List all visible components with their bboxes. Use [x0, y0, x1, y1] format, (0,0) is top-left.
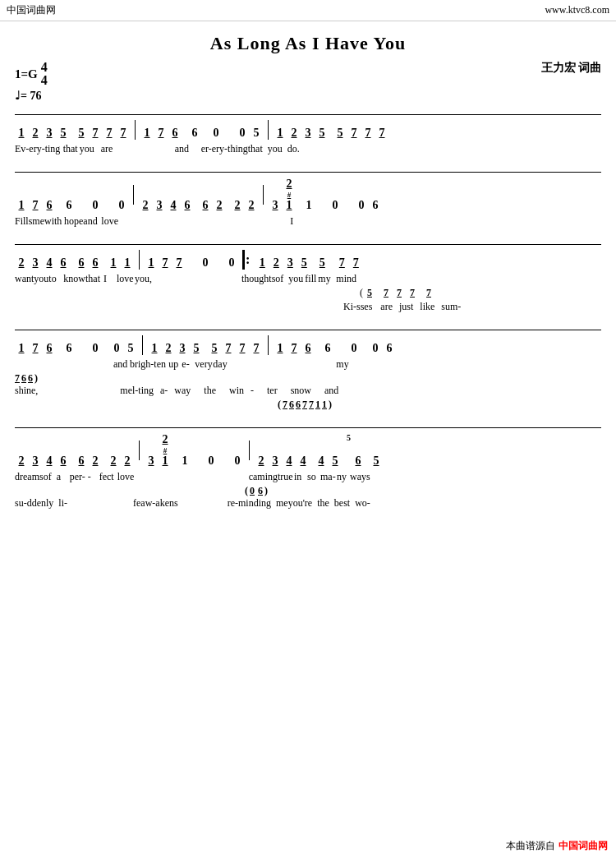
note: 7: [337, 256, 347, 270]
lyric-word: I: [103, 273, 117, 285]
note: 4: [298, 454, 308, 468]
lyric-word: that: [63, 143, 80, 155]
note: 3: [30, 256, 40, 270]
lyric-word: ny: [337, 471, 350, 483]
note: 5: [126, 342, 136, 355]
note: 6: [58, 256, 68, 270]
note: 0: [349, 342, 359, 355]
lyrics-row-3b: ( 5 7 7 7 7: [15, 287, 601, 299]
lyric-word: Ki-sses: [343, 301, 372, 313]
lyric-word: that: [85, 273, 103, 285]
note: 0: [90, 199, 100, 212]
lyrics-row-5b: su-ddenly li- feaw-akens re- minding me …: [15, 497, 601, 510]
note: 1: [275, 127, 285, 140]
lyric-word: me: [276, 497, 288, 510]
lyric-word: mel-ting: [120, 385, 154, 397]
lyric-word: way: [174, 385, 191, 397]
note: 7: [363, 127, 373, 140]
note: 1: [142, 127, 152, 140]
note: 6: [200, 199, 210, 212]
note: 2#1: [160, 433, 170, 468]
lyric-word: you: [80, 143, 101, 155]
note: 3: [270, 454, 280, 468]
bar-line: [268, 120, 269, 140]
bar-line: [142, 335, 143, 355]
row-2: 1 7 6 6 0 0 2 3 4 6 6 2 2 2 3 2#1: [15, 172, 601, 228]
lyric-word: of: [44, 471, 57, 483]
lyric-word: you: [288, 273, 305, 285]
lyric-word: the: [204, 385, 216, 397]
bar-line: [133, 185, 134, 205]
note: 2: [108, 454, 118, 468]
note: 1: [122, 256, 132, 270]
lyric-word: wantyou: [15, 273, 48, 285]
note: 5: [330, 454, 340, 468]
note: 3: [146, 454, 156, 468]
lyric-word: are: [380, 301, 393, 313]
lyric-word: a: [57, 471, 70, 483]
note: 1: [304, 199, 314, 212]
note: 1: [257, 256, 267, 270]
note: 5: [317, 127, 327, 140]
note: 5: [209, 342, 219, 355]
bar-line: [139, 441, 140, 460]
note: 7: [377, 127, 387, 140]
bar-line: [249, 441, 250, 460]
note: 5: [191, 342, 201, 355]
lyric-word: my: [336, 358, 352, 371]
note: 6: [90, 256, 100, 270]
note: 1: [149, 342, 159, 355]
note: 0: [112, 342, 122, 355]
note: 6: [58, 454, 68, 468]
note: 0: [227, 256, 237, 270]
lyric-word: dreams: [15, 471, 44, 483]
lyrics-row-4b: shine, mel-ting a- way the win - ter sno…: [15, 385, 601, 397]
lyric-word: ways: [350, 471, 370, 483]
lyric-word: hope: [64, 215, 83, 228]
note: 2: [246, 199, 256, 212]
note: 7: [160, 256, 170, 270]
composer-label: 王力宏 词曲: [541, 61, 602, 76]
note: 2#1: [284, 178, 294, 212]
lyric-word: love: [117, 471, 183, 483]
note: 6: [190, 127, 200, 140]
note: 0: [237, 127, 247, 140]
lyric-word: with: [44, 215, 64, 228]
lyric-word: ma-: [320, 471, 337, 483]
lyric-word: feaw-akens: [133, 497, 178, 510]
bar-line: [135, 120, 136, 140]
note: 3: [30, 454, 40, 468]
note: 6: [353, 454, 363, 468]
note: 2: [90, 454, 100, 468]
lyric-word: day: [213, 358, 254, 371]
note: 2: [16, 454, 26, 468]
row-5: 2 3 4 6 6 2 2 2 3 2#1 1 0 0 2 3 4 4: [15, 427, 601, 510]
lyrics-row-2: Fillsme with hope and love I: [15, 215, 601, 228]
lyric-word: (: [360, 287, 363, 299]
note: 7: [394, 287, 404, 299]
lyric-word: best: [334, 497, 350, 510]
note: 7: [174, 256, 184, 270]
note: 7: [30, 199, 40, 212]
lyric-word: you,: [135, 273, 176, 285]
note: 1: [16, 127, 26, 140]
lyric-word: know: [63, 273, 85, 285]
note: 0: [117, 199, 126, 212]
lyric-word: do.: [287, 143, 304, 155]
note: 6: [76, 454, 86, 468]
note: 6: [44, 199, 54, 212]
note: 2: [122, 454, 132, 468]
lyric-word: are: [101, 143, 134, 155]
note: 6: [76, 256, 86, 270]
lyric-word: like: [420, 301, 434, 313]
note: 1: [180, 454, 190, 468]
lyric-word: fill: [305, 273, 318, 285]
lyric-word: minding: [238, 497, 271, 510]
lyric-word: a-: [160, 385, 168, 397]
bar-line: [263, 185, 264, 205]
bar-line: [268, 335, 269, 355]
note: 6: [64, 199, 74, 212]
note: 2: [163, 342, 173, 355]
row-3: 2 3 4 6 6 6 1 1 1 7 7 0 0 : 1: [15, 244, 601, 313]
staff-row-1: 1 2 3 5 5 7 7 7 1 7 6 6 0 0 5 1 2 3: [15, 114, 601, 140]
